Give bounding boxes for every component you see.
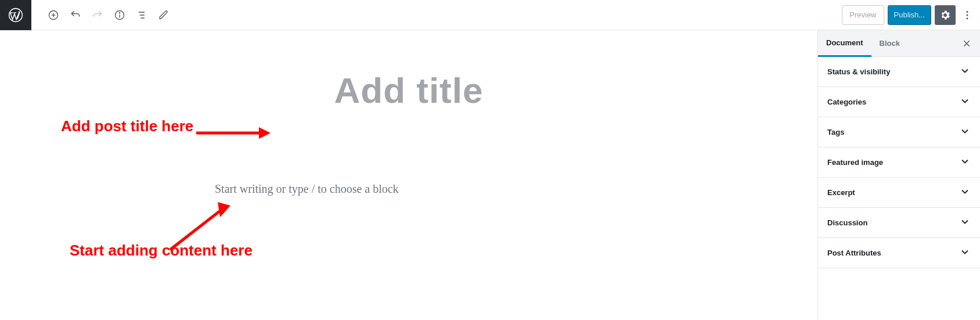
panel-label: Categories [827,98,866,106]
toolbar-icon-group [43,5,174,26]
chevron-down-icon [959,65,971,77]
annotation-arrow-title-icon [196,126,272,140]
content-structure-button[interactable] [109,5,130,26]
wordpress-logo[interactable] [0,0,31,30]
publish-button[interactable]: Publish... [888,5,931,25]
annotation-arrow-content-icon [165,202,235,254]
close-sidebar-button[interactable] [958,35,975,52]
wordpress-icon [8,8,23,23]
svg-point-12 [967,10,968,12]
edit-button[interactable] [153,5,174,26]
toolbar-right: Preview Publish... [842,5,980,25]
undo-icon [70,9,81,21]
plus-circle-icon [48,9,59,21]
panel-post-attributes[interactable]: Post Attributes [818,238,980,268]
toolbar-left [0,0,174,30]
undo-button[interactable] [65,5,86,26]
panel-label: Discussion [827,218,867,227]
close-icon [962,39,971,48]
panel-tags[interactable]: Tags [818,117,980,148]
tab-document[interactable]: Document [818,30,871,57]
panel-excerpt[interactable]: Excerpt [818,178,980,208]
more-options-button[interactable] [959,5,975,25]
panel-label: Status & visibility [827,67,890,76]
chevron-down-icon [959,95,971,107]
svg-point-13 [967,14,968,16]
svg-marker-16 [259,127,271,139]
preview-button[interactable]: Preview [842,5,884,25]
panel-label: Post Attributes [827,249,881,257]
info-icon [114,9,125,21]
pencil-icon [158,9,170,21]
outline-icon [136,9,147,21]
redo-icon [92,9,103,21]
chevron-down-icon [959,156,971,167]
sidebar-tabs: Document Block [818,30,980,57]
panel-status-visibility[interactable]: Status & visibility [818,57,980,87]
chevron-down-icon [959,186,971,197]
top-toolbar: Preview Publish... [0,0,980,30]
vertical-dots-icon [961,9,973,21]
annotation-title-hint: Add post title here [61,117,193,135]
post-content-input[interactable]: Start writing or type / to choose a bloc… [215,182,399,196]
settings-button[interactable] [935,5,956,25]
panel-featured-image[interactable]: Featured image [818,148,980,178]
svg-point-8 [119,12,120,13]
panel-discussion[interactable]: Discussion [818,208,980,238]
main-layout: Add title Start writing or type / to cho… [0,30,980,320]
add-block-button[interactable] [43,5,64,26]
panel-label: Featured image [827,158,883,167]
svg-marker-18 [218,202,230,217]
panel-label: Tags [827,128,844,136]
post-title-input[interactable]: Add title [0,70,817,111]
editor-area: Add title Start writing or type / to cho… [0,30,817,320]
svg-line-17 [170,209,222,250]
svg-point-14 [967,17,968,19]
panel-categories[interactable]: Categories [818,87,980,117]
panel-label: Excerpt [827,188,855,197]
gear-icon [939,9,951,21]
chevron-down-icon [959,246,971,258]
block-navigation-button[interactable] [131,5,152,26]
tab-block[interactable]: Block [871,30,908,57]
chevron-down-icon [959,125,971,137]
settings-sidebar: Document Block Status & visibility Categ… [817,30,980,320]
redo-button[interactable] [87,5,108,26]
chevron-down-icon [959,216,971,228]
